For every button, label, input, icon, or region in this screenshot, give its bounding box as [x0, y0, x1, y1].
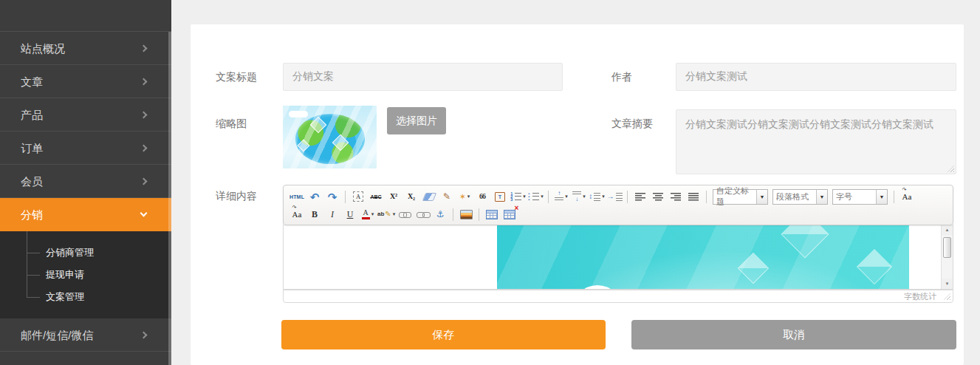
- sidebar-header: [0, 0, 171, 32]
- sidebar-menu: 站点概况文章产品订单会员分销分销商管理提现申请文案管理邮件/短信/微信: [0, 32, 171, 352]
- paragraph-space-bottom-button[interactable]: ↓▾: [571, 189, 587, 205]
- custom-heading-select[interactable]: 自定义标题▼: [713, 189, 768, 205]
- font-color-icon: A: [362, 209, 370, 219]
- line-height-button[interactable]: ↕▾: [589, 189, 605, 205]
- scroll-up-arrow-icon[interactable]: ▲: [942, 225, 953, 235]
- ordered-list-icon: [510, 192, 521, 202]
- sidebar-scrollbar[interactable]: [168, 32, 171, 365]
- italic-button[interactable]: I: [324, 207, 340, 222]
- remove-format-button[interactable]: [421, 189, 437, 205]
- toolbar-separator: [627, 191, 628, 203]
- align-justify-button[interactable]: [685, 189, 702, 205]
- first-line-indent-button[interactable]: →: [606, 189, 623, 205]
- toolbar-row-2: AaBIUA▾ab▾⚓: [288, 205, 948, 223]
- insert-link-icon: [399, 211, 411, 218]
- highlight-color-icon: ab: [377, 211, 391, 218]
- detail-content-label: 详细内容: [216, 182, 257, 210]
- select-all-button[interactable]: A: [350, 189, 366, 205]
- insert-table-icon: [486, 210, 498, 219]
- paragraph-space-top-icon: ↑: [555, 191, 563, 202]
- paragraph-format-select[interactable]: 段落格式▼: [772, 189, 828, 205]
- paragraph-space-top-button[interactable]: ↑▾: [553, 189, 569, 205]
- subscript-button[interactable]: X₂: [403, 189, 419, 205]
- copy-title-input[interactable]: [283, 63, 563, 91]
- toolbar-separator: [479, 208, 479, 221]
- paste-plain-text-button[interactable]: T: [492, 189, 508, 205]
- unordered-list-button[interactable]: ▾: [527, 189, 544, 205]
- editor-scrollbar-thumb[interactable]: [943, 237, 951, 258]
- redo-icon: ↷: [328, 191, 337, 202]
- ordered-list-button[interactable]: ▾: [510, 189, 526, 205]
- sidebar-item-mail-sms-wechat[interactable]: 邮件/短信/微信: [0, 318, 171, 352]
- bold-button[interactable]: B: [306, 207, 323, 222]
- toolbar-separator: [548, 191, 549, 203]
- editor-scrollbar[interactable]: ▲ ▼: [941, 225, 953, 289]
- chevron-down-icon[interactable]: ▼: [876, 190, 887, 204]
- chevron-down-icon[interactable]: ▼: [816, 190, 827, 204]
- insert-link-button[interactable]: [397, 207, 413, 222]
- sidebar-subitem-withdrawal-application[interactable]: 提现申请: [0, 264, 171, 286]
- cancel-button[interactable]: 取消: [631, 320, 956, 349]
- chevron-down-icon: [141, 198, 146, 231]
- sidebar-item-distribution[interactable]: 分销: [0, 198, 171, 231]
- align-left-button[interactable]: [632, 189, 648, 205]
- dropdown-caret-icon: ▾: [583, 194, 586, 199]
- blockquote-button[interactable]: 66: [474, 189, 490, 205]
- choose-image-button[interactable]: 选择图片: [387, 107, 446, 134]
- format-painter-button[interactable]: ✎: [439, 189, 455, 205]
- blockquote-icon: 66: [479, 193, 485, 200]
- case-switch-alt-icon: Aa: [292, 211, 302, 219]
- anchor-button[interactable]: ⚓: [432, 207, 448, 222]
- cloud-icon: [289, 111, 308, 117]
- align-center-button[interactable]: [650, 189, 666, 205]
- html-source-button[interactable]: HTML: [289, 189, 305, 205]
- sidebar-item-articles[interactable]: 文章: [0, 65, 171, 98]
- unordered-list-icon: [527, 192, 539, 202]
- author-input[interactable]: [676, 63, 956, 91]
- sidebar-item-site-overview[interactable]: 站点概况: [0, 32, 171, 65]
- insert-image-button[interactable]: [458, 207, 474, 222]
- superscript-icon: X²: [390, 193, 397, 200]
- summary-textarea[interactable]: 分销文案测试分销文案测试分销文案测试分销文案测试: [676, 109, 956, 174]
- align-right-button[interactable]: [668, 189, 684, 205]
- underline-button[interactable]: U: [342, 207, 358, 222]
- summary-label: 文章摘要: [611, 109, 653, 137]
- auto-typeset-button[interactable]: ✶▾: [456, 189, 473, 205]
- sidebar-item-products[interactable]: 产品: [0, 98, 171, 132]
- strikethrough-button[interactable]: ABC: [368, 189, 384, 205]
- scroll-down-arrow-icon[interactable]: ▼: [942, 279, 953, 289]
- sidebar-subitem-distributor-management[interactable]: 分销商管理: [0, 242, 171, 264]
- case-switch-alt-button[interactable]: Aa: [289, 207, 305, 222]
- redo-button[interactable]: ↷: [324, 189, 340, 205]
- paste-plain-text-icon: T: [495, 192, 504, 202]
- editor-content-area[interactable]: ▲ ▼: [283, 225, 953, 290]
- sidebar-subitem-copywriting-management[interactable]: 文案管理: [0, 286, 171, 308]
- unlink-icon: [417, 211, 429, 218]
- inserted-banner-image: [497, 225, 909, 290]
- line-height-icon: ↕: [589, 193, 600, 201]
- select-all-icon: A: [353, 191, 363, 202]
- sidebar-item-orders[interactable]: 订单: [0, 132, 171, 165]
- superscript-button[interactable]: X²: [386, 189, 402, 205]
- case-switch-button[interactable]: Aa: [899, 189, 915, 205]
- editor-resize-grip-icon[interactable]: [944, 293, 950, 300]
- dropdown-caret-icon: ▾: [371, 211, 374, 217]
- rich-text-editor: HTML↶↷AABCX²X₂✎✶▾66T▾▾↑▾↓▾↕▾→自定义标题▼段落格式▼…: [283, 185, 953, 303]
- sidebar-item-members[interactable]: 会员: [0, 165, 171, 198]
- unlink-button[interactable]: [414, 207, 431, 222]
- dropdown-caret-icon: ▾: [565, 194, 568, 199]
- chevron-right-icon: [141, 132, 146, 164]
- chevron-down-icon[interactable]: ▼: [756, 190, 767, 204]
- html-source-icon: HTML: [289, 194, 304, 199]
- cloud-icon: [546, 279, 642, 290]
- delete-table-button[interactable]: [501, 207, 518, 222]
- align-center-icon: [653, 193, 663, 201]
- anchor-icon: ⚓: [436, 210, 445, 219]
- insert-table-button[interactable]: [484, 207, 500, 222]
- undo-button[interactable]: ↶: [306, 189, 323, 205]
- font-size-select[interactable]: 字号▼: [832, 189, 888, 205]
- font-color-button[interactable]: A▾: [360, 207, 376, 222]
- save-button[interactable]: 保存: [281, 320, 606, 349]
- highlight-color-button[interactable]: ab▾: [377, 207, 395, 222]
- word-count-label: 字数统计: [904, 291, 936, 302]
